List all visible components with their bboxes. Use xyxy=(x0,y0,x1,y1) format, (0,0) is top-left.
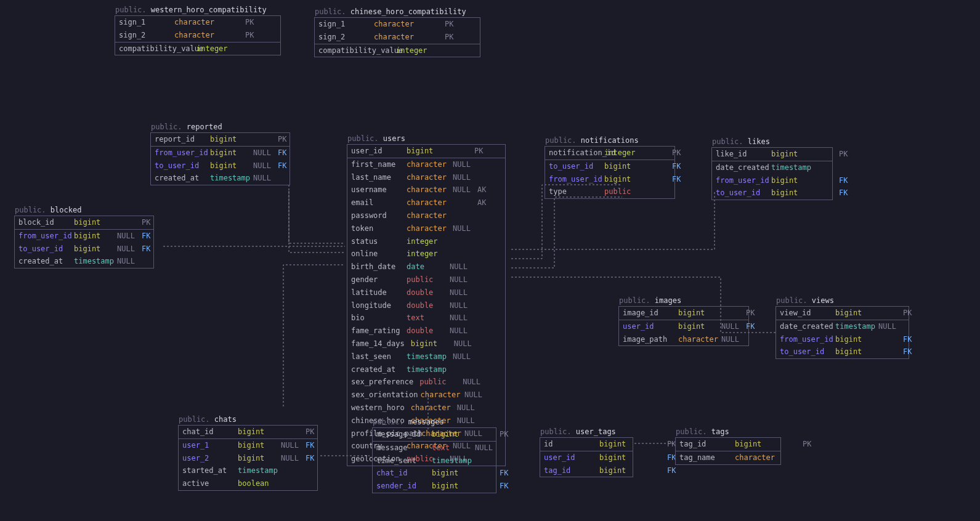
column-row[interactable]: like_idbigintPK xyxy=(712,148,832,161)
column-key: PK xyxy=(903,308,915,318)
column-nullability: NULL xyxy=(475,443,493,453)
column-row[interactable]: birth_datedateNULL xyxy=(347,260,505,273)
column-key: PK xyxy=(474,146,487,156)
column-row[interactable]: from_user_idbigintFK xyxy=(712,174,832,187)
column-row[interactable]: created_attimestamp xyxy=(347,363,505,376)
column-row[interactable]: last_seentimestampNULL xyxy=(347,350,505,363)
column-row[interactable]: sign_1characterPK xyxy=(315,18,480,31)
column-row[interactable]: user_idbigintPK xyxy=(347,145,505,158)
table-chinese_horo_compatibility[interactable]: public. chinese_horo_compatibilitysign_1… xyxy=(314,17,480,57)
column-row[interactable]: fame_ratingdoubleNULL xyxy=(347,325,505,337)
column-key: FK xyxy=(839,176,851,186)
column-row[interactable]: sign_2characterPK xyxy=(315,31,480,44)
table-blocked[interactable]: public. blockedblock_idbigintPKfrom_user… xyxy=(14,216,154,269)
column-name: from_user_id xyxy=(18,231,68,241)
column-row[interactable]: longitudedoubleNULL xyxy=(347,299,505,312)
column-row[interactable]: from_user_idbigintFK xyxy=(545,173,674,186)
column-row[interactable]: user_1bigintNULLFK xyxy=(179,439,317,452)
column-key: FK xyxy=(839,188,851,198)
column-type: bigint xyxy=(599,439,636,450)
column-row[interactable]: to_user_idbigintFK xyxy=(776,345,909,358)
column-row[interactable]: first_namecharacterNULL xyxy=(347,158,505,171)
column-row[interactable]: to_user_idbigintFK xyxy=(545,160,674,173)
schema-label: public. xyxy=(676,427,707,436)
table-tags[interactable]: public. tagstag_idbigintPKtag_namecharac… xyxy=(675,437,781,465)
column-row[interactable]: to_user_idbigintNULLFK xyxy=(151,160,290,172)
column-row[interactable]: sign_1characterPK xyxy=(115,16,280,29)
column-row[interactable]: typepublic xyxy=(545,185,674,198)
column-row[interactable]: activeboolean xyxy=(179,477,317,490)
column-row[interactable]: view_idbigintPK xyxy=(776,307,909,320)
column-key: PK xyxy=(306,427,318,437)
table-western_horo_compatibility[interactable]: public. western_horo_compatibilitysign_1… xyxy=(115,15,281,55)
column-row[interactable]: latitudedoubleNULL xyxy=(347,286,505,299)
column-row[interactable]: western_horocharacterNULL xyxy=(347,402,505,414)
column-name: chat_id xyxy=(376,468,426,479)
column-key: PK xyxy=(803,439,815,450)
column-row[interactable]: created_attimestampNULL xyxy=(151,172,290,185)
column-row[interactable]: message_idbigintPK xyxy=(373,428,496,441)
column-row[interactable]: compatibility_valueinteger xyxy=(315,44,480,57)
column-name: to_user_id xyxy=(780,347,829,357)
column-row[interactable]: to_user_idbigintNULLFK xyxy=(15,243,153,256)
column-row[interactable]: passwordcharacter xyxy=(347,209,505,222)
column-row[interactable]: tag_namecharacter xyxy=(676,451,780,464)
column-row[interactable]: notification_idintegerPK xyxy=(545,147,674,160)
column-row[interactable]: idbigintPK xyxy=(540,438,633,451)
column-type: timestamp xyxy=(835,321,872,332)
column-row[interactable]: sex_orientationcharacterNULL xyxy=(347,389,505,402)
column-row[interactable]: sender_idbigintFK xyxy=(373,480,496,493)
column-row[interactable]: fame_14_daysbigintNULL xyxy=(347,337,505,350)
column-row[interactable]: date_createdtimestampNULL xyxy=(776,320,909,333)
column-key: FK xyxy=(278,161,290,171)
column-name: id xyxy=(544,439,593,450)
column-row[interactable]: report_idbigintPK xyxy=(151,133,290,146)
column-row[interactable]: tag_idbigintFK xyxy=(540,464,633,477)
column-row[interactable]: from_user_idbigintFK xyxy=(776,333,909,346)
column-row[interactable]: messagetextNULL xyxy=(373,442,496,454)
column-row[interactable]: chat_idbigintPK xyxy=(179,426,317,438)
column-row[interactable]: created_attimestampNULL xyxy=(15,255,153,268)
column-row[interactable]: to_user_idbigintFK xyxy=(712,187,832,200)
column-key: PK xyxy=(445,19,457,30)
table-images[interactable]: public. imagesimage_idbigintPKuser_idbig… xyxy=(618,306,749,346)
column-key: FK xyxy=(306,453,318,464)
column-row[interactable]: from_user_idbigintNULLFK xyxy=(151,147,290,160)
column-row[interactable]: genderpublicNULL xyxy=(347,273,505,286)
column-row[interactable]: chat_idbigintFK xyxy=(373,467,496,480)
column-row[interactable]: date_createdtimestamp xyxy=(712,161,832,174)
table-title: public. views xyxy=(776,296,834,306)
column-row[interactable]: image_idbigintPK xyxy=(619,307,748,320)
table-messages[interactable]: public. messagesmessage_idbigintPKmessag… xyxy=(372,427,496,493)
column-row[interactable]: sex_preferencepublicNULL xyxy=(347,376,505,389)
column-row[interactable]: time_senttimestamp xyxy=(373,454,496,467)
column-row[interactable]: block_idbigintPK xyxy=(15,216,153,229)
table-user_tags[interactable]: public. user_tagsidbigintPKuser_idbigint… xyxy=(540,437,633,477)
column-row[interactable]: tokencharacterNULL xyxy=(347,222,505,235)
column-row[interactable]: tag_idbigintPK xyxy=(676,438,780,451)
table-views[interactable]: public. viewsview_idbigintPKdate_created… xyxy=(775,306,909,359)
column-nullability: NULL xyxy=(450,326,468,336)
column-row[interactable]: sign_2characterPK xyxy=(115,29,280,42)
column-row[interactable]: user_idbigintNULLFK xyxy=(619,320,748,333)
table-reported[interactable]: public. reportedreport_idbigintPKfrom_us… xyxy=(150,132,290,185)
column-type: integer xyxy=(407,249,443,259)
column-row[interactable]: image_pathcharacterNULL xyxy=(619,333,748,346)
table-notifications[interactable]: public. notificationsnotification_idinte… xyxy=(545,146,675,199)
column-type: timestamp xyxy=(432,456,469,466)
column-type: double xyxy=(407,326,443,336)
column-row[interactable]: compatibility_valueinteger xyxy=(115,42,280,55)
column-row[interactable]: statusinteger xyxy=(347,235,505,248)
table-likes[interactable]: public. likeslike_idbigintPKdate_created… xyxy=(711,147,833,200)
column-row[interactable]: biotextNULL xyxy=(347,312,505,325)
column-row[interactable]: user_idbigintFK xyxy=(540,451,633,464)
table-chats[interactable]: public. chatschat_idbigintPKuser_1bigint… xyxy=(178,425,318,491)
column-row[interactable]: started_attimestamp xyxy=(179,464,317,477)
column-row[interactable]: emailcharacterAK xyxy=(347,196,505,209)
column-row[interactable]: onlineinteger xyxy=(347,248,505,260)
column-row[interactable]: usernamecharacterNULLAK xyxy=(347,184,505,196)
column-row[interactable]: from_user_idbigintNULLFK xyxy=(15,230,153,243)
column-name: sign_1 xyxy=(119,17,168,28)
column-row[interactable]: last_namecharacterNULL xyxy=(347,171,505,184)
column-row[interactable]: user_2bigintNULLFK xyxy=(179,452,317,465)
